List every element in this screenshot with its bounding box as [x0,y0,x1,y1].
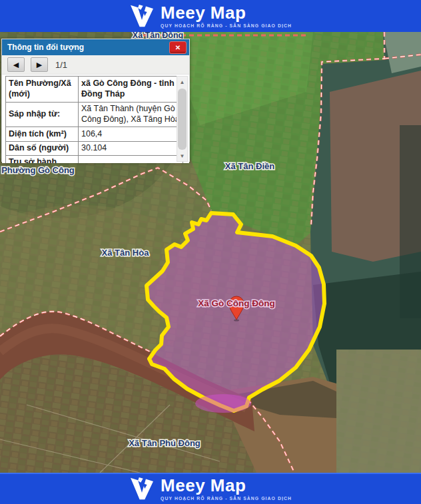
popup-title: Thông tin đối tượng [7,43,84,52]
scrollbar-thumb[interactable] [178,89,187,150]
close-icon[interactable]: ✕ [169,41,187,54]
header-bar: Meey Map QUY HOẠCH RÕ RÀNG - SẴN SÀNG GI… [0,0,421,32]
popup-titlebar: Thông tin đối tượng ✕ [2,39,189,55]
table-row: Dân số (người) 30.104 [6,142,183,156]
table-row: Sáp nhập từ: Xã Tân Thành (huyện Gò Công… [6,103,183,127]
map-label-phuong-go-cong: Phường Gò Công [1,165,75,175]
region-label: Xã Gò Công Đông [198,298,275,308]
row-label: Dân số (người) [6,142,79,156]
brand-logo: Meey Map QUY HOẠCH RÕ RÀNG - SẴN SÀNG GI… [129,4,292,29]
popup-pagination: ◀ ▶ 1/1 [2,55,189,75]
row-label: Trụ sở hành chính (mới) [6,156,79,164]
row-label: Sáp nhập từ: [6,103,79,127]
row-value: 106,4 [79,127,183,142]
brand-tagline: QUY HOẠCH RÕ RÀNG - SẴN SÀNG GIAO DỊCH [161,24,292,29]
brand-logo-footer: Meey Map QUY HOẠCH RÕ RÀNG - SẴN SÀNG GI… [129,477,292,501]
row-label: Diện tích (km²) [6,127,79,142]
region-river-overlap [195,394,251,413]
map-label-xa-tan-phu-dong: Xã Tân Phú Đông [129,438,201,448]
row-label: Tên Phường/Xã (mới) [6,77,79,103]
row-value: Xã Tân Thành (huyện Gò Công Đông), Xã Tă… [79,103,183,127]
info-table: Tên Phường/Xã (mới) xã Gò Công Đông - tỉ… [5,76,183,163]
scroll-down-icon[interactable]: ▼ [177,150,187,161]
map-water-tile-texture [336,350,421,473]
table-row: Tên Phường/Xã (mới) xã Gò Công Đông - tỉ… [6,77,183,103]
map-label-xa-tan-hoa: Xã Tân Hòa [102,248,150,258]
popup-body: Tên Phường/Xã (mới) xã Gò Công Đông - tỉ… [2,75,189,163]
map-label-xa-tan-dien: Xã Tân Điền [225,161,274,171]
prev-page-button[interactable]: ◀ [7,57,25,72]
row-value: 30.104 [79,142,183,156]
meeymap-logo-icon [129,5,155,27]
table-row: Diện tích (km²) 106,4 [6,127,183,142]
prev-icon: ◀ [13,61,19,69]
next-page-button[interactable]: ▶ [31,57,48,72]
table-row: Trụ sở hành chính (mới) UBND xã Tân Thàn… [6,156,183,164]
row-value: UBND xã Tân Thành [79,156,183,164]
scroll-up-icon[interactable]: ▲ [177,77,187,87]
meeymap-logo-icon [129,477,155,500]
brand-tagline: QUY HOẠCH RÕ RÀNG - SẴN SÀNG GIAO DỊCH [161,497,292,501]
info-popup: Thông tin đối tượng ✕ ◀ ▶ 1/1 Tên Phường… [1,39,190,162]
row-value: xã Gò Công Đông - tỉnh Đồng Tháp [79,77,183,103]
page-indicator: 1/1 [55,60,67,70]
popup-scrollbar[interactable]: ▲ ▼ [177,76,188,162]
footer-bar: Meey Map QUY HOẠCH RÕ RÀNG - SẴN SÀNG GI… [0,473,421,504]
next-icon: ▶ [37,61,42,69]
brand-name: Meey Map [161,4,292,21]
brand-name: Meey Map [161,477,292,494]
